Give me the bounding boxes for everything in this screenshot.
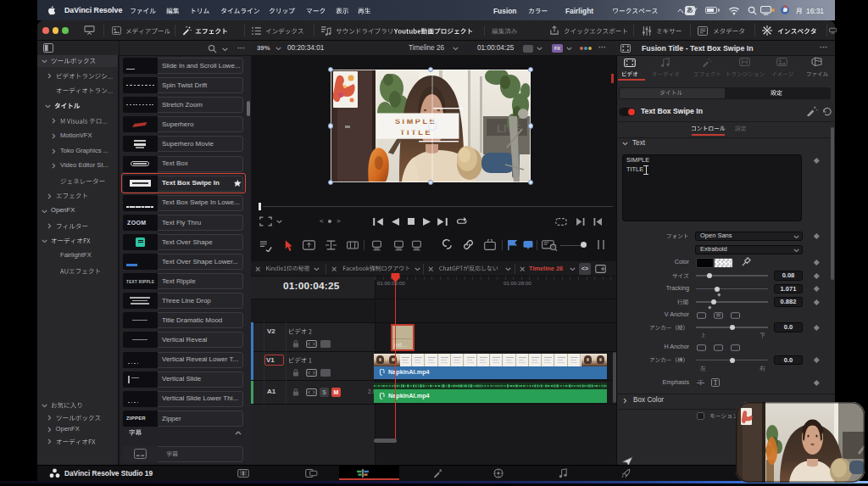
- svg-text:SIMPLE: SIMPLE: [395, 117, 437, 126]
- svg-text:TITLE: TITLE: [400, 128, 432, 137]
